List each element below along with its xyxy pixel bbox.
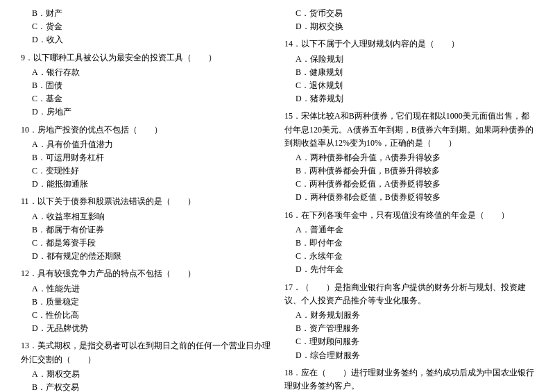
q12-option-c: C．性价比高 <box>21 309 271 322</box>
q11-option-a: A．收益率相互影响 <box>21 210 271 223</box>
prev-question-options-right: C．货币交易 D．期权交换 <box>284 7 534 33</box>
question-16-title: 16．在下列各项年金中，只有现值没有终值的年金是（ ） <box>284 209 534 222</box>
q16-option-b: B．即付年金 <box>284 237 534 250</box>
q9-option-a: A．银行存款 <box>21 66 271 79</box>
q11-option-c: C．都是筹资手段 <box>21 237 271 250</box>
q15-option-a: A．两种债券都会升值，A债券升得较多 <box>284 151 534 164</box>
q11-option-b: B．都属于有价证券 <box>21 223 271 237</box>
q10-option-c: C．变现性好 <box>21 164 271 178</box>
q15-option-d: D．两种债券都会贬值，B债券贬得较多 <box>284 191 534 204</box>
q11-option-d: D．都有规定的偿还期限 <box>21 250 271 263</box>
q15-option-b: B．两种债券都会升值，B债券升得较多 <box>284 164 534 178</box>
question-15-title: 15．宋体比较A和B两种债券，它们现在都以1000美元面值出售，都付年息120美… <box>284 110 534 150</box>
question-9-title: 9．以下哪种工具被公认为最安全的投资工具（ ） <box>21 51 271 65</box>
question-13: 13．美式期权，是指交易者可以在到期日之前的任何一个营业日办理外汇交割的（ ） … <box>21 339 271 392</box>
q17-option-a: A．财务规划服务 <box>284 309 534 322</box>
question-16: 16．在下列各项年金中，只有现值没有终值的年金是（ ） A．普通年金 B．即付年… <box>284 209 534 277</box>
question-11-title: 11．以下关于债券和股票说法错误的是（ ） <box>21 195 271 208</box>
question-17: 17．（ ）是指商业银行向客户提供的财务分析与规划、投资建议、个人投资产品推介等… <box>284 281 534 362</box>
q12-option-a: A．性能先进 <box>21 282 271 296</box>
q12-option-b: B．质量稳定 <box>21 296 271 309</box>
q16-option-d: D．先付年金 <box>284 263 534 276</box>
q14-option-d: D．猪养规划 <box>284 92 534 105</box>
option-d-options-exchange: D．期权交换 <box>284 20 534 33</box>
q13-option-a: A．期权交易 <box>21 368 271 381</box>
question-14: 14．以下不属于个人理财规划内容的是（ ） A．保险规划 B．健康规划 C．退休… <box>284 37 534 105</box>
q10-option-b: B．可运用财务杠杆 <box>21 151 271 164</box>
question-15: 15．宋体比较A和B两种债券，它们现在都以1000美元面值出售，都付年息120美… <box>284 110 534 204</box>
question-14-title: 14．以下不属于个人理财规划内容的是（ ） <box>284 37 534 51</box>
option-b-property: B．财产 <box>21 7 271 20</box>
q9-option-d: D．房地产 <box>21 105 271 119</box>
question-17-title: 17．（ ）是指商业银行向客户提供的财务分析与规划、投资建议、个人投资产品推介等… <box>284 281 534 307</box>
q14-option-b: B．健康规划 <box>284 66 534 79</box>
prev-question-options: B．财产 C．货金 D．收入 <box>21 7 271 47</box>
q14-option-c: C．退休规划 <box>284 79 534 92</box>
question-18-title: 18．应在（ ）进行理财业务签约，签约成功后成为中国农业银行理财业务签约客户。 <box>284 366 534 392</box>
q16-option-c: C．永续年金 <box>284 250 534 263</box>
question-10: 10．房地产投资的优点不包括（ ） A．具有价值升值潜力 B．可运用财务杠杆 C… <box>21 123 271 191</box>
question-13-title: 13．美式期权，是指交易者可以在到期日之前的任何一个营业日办理外汇交割的（ ） <box>21 339 271 366</box>
left-column: B．财产 C．货金 D．收入 9．以下哪种工具被公认为最安全的投资工具（ ） A… <box>21 7 278 392</box>
question-18: 18．应在（ ）进行理财业务签约，签约成功后成为中国农业银行理财业务签约客户。 … <box>284 366 534 392</box>
q17-option-b: B．资产管理服务 <box>284 322 534 335</box>
q15-option-c: C．两种债券都会贬值，A债券贬得较多 <box>284 178 534 191</box>
q16-option-a: A．普通年金 <box>284 223 534 237</box>
right-column: C．货币交易 D．期权交换 14．以下不属于个人理财规划内容的是（ ） A．保险… <box>278 7 534 392</box>
question-10-title: 10．房地产投资的优点不包括（ ） <box>21 123 271 137</box>
q12-option-d: D．无品牌优势 <box>21 322 271 335</box>
question-12-title: 12．具有较强竞争力产品的特点不包括（ ） <box>21 267 271 280</box>
q9-option-b: B．固债 <box>21 79 271 92</box>
q17-option-c: C．理财顾问服务 <box>284 335 534 348</box>
q17-option-d: D．综合理财服务 <box>284 349 534 362</box>
option-c-currency: C．货币交易 <box>284 7 534 20</box>
q14-option-a: A．保险规划 <box>284 53 534 66</box>
question-12: 12．具有较强竞争力产品的特点不包括（ ） A．性能先进 B．质量稳定 C．性价… <box>21 267 271 335</box>
option-d-income: D．收入 <box>21 33 271 46</box>
question-9: 9．以下哪种工具被公认为最安全的投资工具（ ） A．银行存款 B．固债 C．基金… <box>21 51 271 119</box>
q9-option-c: C．基金 <box>21 92 271 105</box>
q13-option-b: B．产权交易 <box>21 381 271 392</box>
question-11: 11．以下关于债券和股票说法错误的是（ ） A．收益率相互影响 B．都属于有价证… <box>21 195 271 263</box>
option-c-salary: C．货金 <box>21 20 271 33</box>
q10-option-a: A．具有价值升值潜力 <box>21 138 271 151</box>
q10-option-d: D．能抵御通胀 <box>21 178 271 191</box>
